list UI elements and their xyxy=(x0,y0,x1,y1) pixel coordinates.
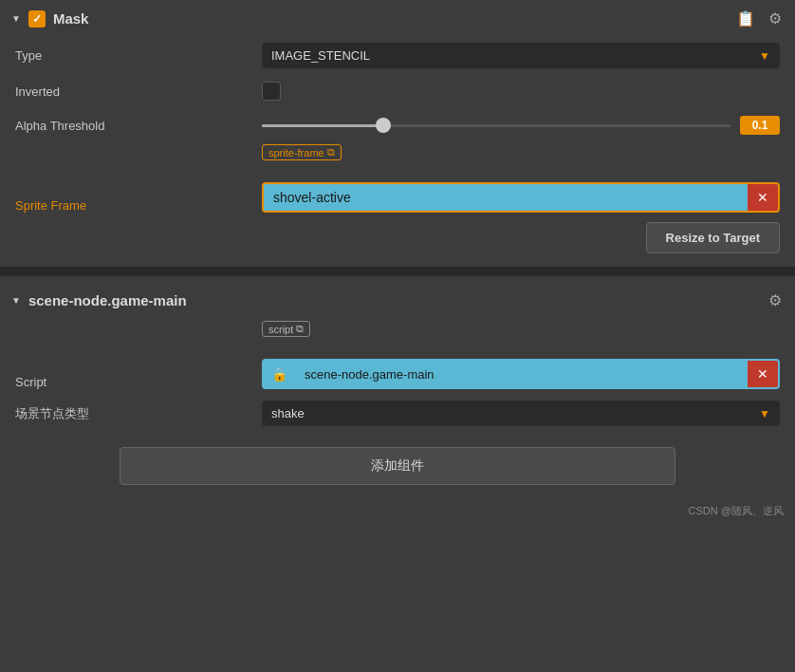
scene-header-left: ▼ scene-node.game-main xyxy=(11,292,187,308)
sprite-frame-relative-wrap: sprite-frame ⧉ ✕ xyxy=(262,161,780,213)
inverted-label: Inverted xyxy=(15,84,262,99)
resize-to-target-button[interactable]: Resize to Target xyxy=(646,222,780,253)
mask-header-icons: 📋 ⚙ xyxy=(734,8,784,29)
scene-header-icons: ⚙ xyxy=(767,289,784,311)
script-input-row: 🔒 ✕ xyxy=(262,359,780,389)
scene-type-dropdown-arrow-icon: ▼ xyxy=(759,407,770,420)
alpha-label: Alpha Threshold xyxy=(15,119,262,133)
type-dropdown-arrow-icon: ▼ xyxy=(759,49,770,63)
sprite-frame-badge-link-icon: ⧉ xyxy=(327,146,335,159)
mask-chevron-icon[interactable]: ▼ xyxy=(11,13,21,24)
scene-type-row: 场景节点类型 shake ▼ xyxy=(0,395,795,432)
lock-icon: 🔒 xyxy=(264,366,295,382)
inverted-value xyxy=(262,82,780,101)
mask-book-button[interactable]: 📋 xyxy=(734,8,757,29)
scene-type-dropdown[interactable]: shake ▼ xyxy=(262,401,780,426)
scene-title: scene-node.game-main xyxy=(28,292,187,308)
sprite-frame-input[interactable] xyxy=(264,184,748,211)
script-relative-wrap: script ⧉ 🔒 ✕ xyxy=(262,338,780,389)
type-dropdown[interactable]: IMAGE_STENCIL ▼ xyxy=(262,43,780,68)
sprite-frame-badge-text: sprite-frame xyxy=(268,147,324,159)
type-row: Type IMAGE_STENCIL ▼ xyxy=(0,37,795,74)
sprite-frame-label: Sprite Frame xyxy=(15,198,262,213)
script-row: Script script ⧉ 🔒 ✕ xyxy=(0,319,795,395)
type-dropdown-value: IMAGE_STENCIL xyxy=(271,48,370,63)
add-component-button[interactable]: 添加组件 xyxy=(120,447,676,485)
watermark: CSDN @随风、逆风 xyxy=(0,500,795,522)
scene-type-dropdown-value: shake xyxy=(271,406,305,420)
section-divider xyxy=(0,267,795,276)
type-value: IMAGE_STENCIL ▼ xyxy=(262,43,780,68)
scene-section-header: ▼ scene-node.game-main ⚙ xyxy=(0,282,795,319)
alpha-slider-value: 0.1 xyxy=(740,116,780,135)
alpha-row: Alpha Threshold 0.1 xyxy=(0,108,795,142)
sprite-frame-row: Sprite Frame sprite-frame ⧉ ✕ xyxy=(0,142,795,218)
script-value: script ⧉ 🔒 ✕ xyxy=(262,338,780,389)
checkmark-icon: ✓ xyxy=(32,12,42,26)
sprite-frame-input-row: ✕ xyxy=(262,182,780,213)
mask-panel: ▼ ✓ Mask 📋 ⚙ Type IMAGE_STENCIL ▼ Invert… xyxy=(0,0,795,261)
script-label: Script xyxy=(15,375,262,389)
script-badge: script ⧉ xyxy=(262,321,310,337)
mask-title: Mask xyxy=(53,10,89,27)
mask-gear-button[interactable]: ⚙ xyxy=(767,8,784,29)
alpha-slider[interactable] xyxy=(262,124,730,127)
mask-header-left: ▼ ✓ Mask xyxy=(11,10,88,28)
script-badge-link-icon: ⧉ xyxy=(296,323,304,335)
script-badge-text: script xyxy=(268,324,293,335)
sprite-frame-clear-button[interactable]: ✕ xyxy=(748,184,778,211)
script-input[interactable] xyxy=(295,362,748,387)
mask-enabled-checkbox[interactable]: ✓ xyxy=(28,10,46,28)
scene-type-label: 场景节点类型 xyxy=(15,405,262,422)
sprite-frame-badge: sprite-frame ⧉ xyxy=(262,144,342,160)
inverted-row: Inverted xyxy=(0,74,795,108)
type-label: Type xyxy=(15,48,262,63)
alpha-value: 0.1 xyxy=(262,116,780,135)
sprite-frame-value: sprite-frame ⧉ ✕ xyxy=(262,161,780,213)
script-clear-button[interactable]: ✕ xyxy=(748,361,778,387)
scene-type-value: shake ▼ xyxy=(262,401,780,426)
inverted-checkbox[interactable] xyxy=(262,82,281,101)
scene-chevron-icon[interactable]: ▼ xyxy=(11,295,21,306)
scene-node-panel: ▼ scene-node.game-main ⚙ Script script ⧉… xyxy=(0,282,795,485)
alpha-slider-container: 0.1 xyxy=(262,116,780,135)
resize-row: Resize to Target xyxy=(0,218,795,261)
scene-gear-button[interactable]: ⚙ xyxy=(767,289,784,311)
mask-section-header: ▼ ✓ Mask 📋 ⚙ xyxy=(0,0,795,37)
